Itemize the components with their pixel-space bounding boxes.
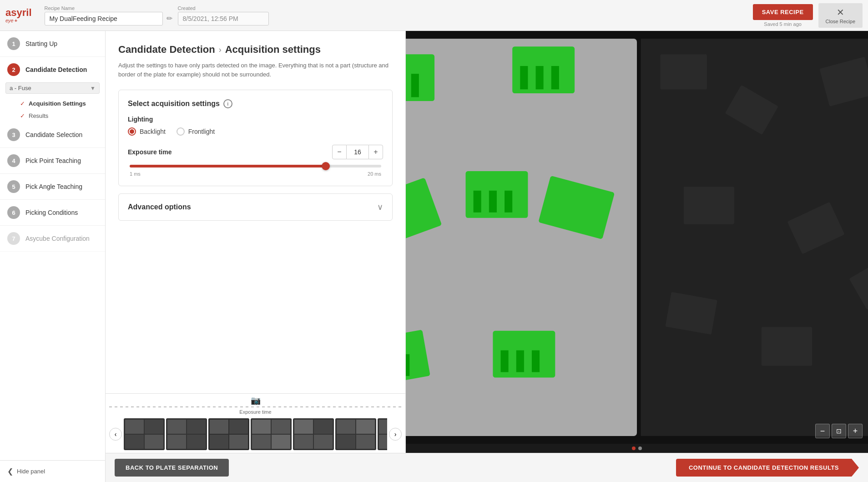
created-label: Created xyxy=(178,5,269,11)
logo: asyril eye + xyxy=(5,8,32,23)
exposure-slider[interactable]: 1 ms 20 ms xyxy=(128,165,383,177)
filmstrip-thumb-6[interactable] xyxy=(335,418,376,450)
svg-rect-14 xyxy=(489,191,497,213)
center-panel: Candidate Detection › Acquisition settin… xyxy=(106,31,406,453)
lighting-label: Lighting xyxy=(128,116,383,123)
acquisition-settings-label: Acquisition Settings xyxy=(29,100,86,107)
filmstrip-prev-button[interactable]: ‹ xyxy=(109,428,122,441)
acquisition-settings-box: Select acquisition settings i Lighting B… xyxy=(118,90,393,186)
created-input xyxy=(178,12,269,25)
pagination-dot-1[interactable] xyxy=(632,446,636,450)
svg-rect-29 xyxy=(684,187,734,224)
save-status: Saved 5 min ago xyxy=(764,21,802,27)
zoom-fit-button[interactable]: ⊡ xyxy=(832,424,846,438)
main-image-area: − ⊡ + xyxy=(406,31,868,444)
settings-box-title-text: Select acquisition settings xyxy=(128,100,220,108)
hide-panel-label: Hide panel xyxy=(17,468,45,475)
slider-min-label: 1 ms xyxy=(130,171,141,177)
right-image-panel: − ⊡ + xyxy=(406,31,868,453)
step-6-number: 6 xyxy=(7,206,20,219)
step-5-number: 5 xyxy=(7,180,20,193)
sidebar-item-candidate-detection[interactable]: 2 Candidate Detection xyxy=(0,57,105,82)
step-5-label: Pick Angle Teaching xyxy=(25,183,82,190)
sidebar-item-picking-conditions[interactable]: 6 Picking Conditions xyxy=(0,200,105,226)
step-7-number: 7 xyxy=(7,232,20,245)
step-4-number: 4 xyxy=(7,154,20,167)
frontlight-radio-outer xyxy=(177,127,185,136)
close-recipe-button[interactable]: ✕ Close Recipe xyxy=(818,3,863,28)
filmstrip-thumb-3[interactable] xyxy=(208,418,249,450)
filmstrip-thumb-4[interactable] xyxy=(251,418,292,450)
dropdown-value: a - Fuse xyxy=(10,85,31,91)
filmstrip-next-button[interactable]: › xyxy=(389,428,402,441)
sidebar-item-starting-up[interactable]: 1 Starting Up xyxy=(0,31,105,57)
chevron-down-icon: ∨ xyxy=(377,202,383,212)
step-3-number: 3 xyxy=(7,128,20,141)
svg-rect-10 xyxy=(551,66,559,89)
svg-rect-23 xyxy=(516,350,524,372)
exposure-decrease-button[interactable]: − xyxy=(332,145,347,159)
zoom-controls: − ⊡ + xyxy=(815,424,863,438)
pagination-dot-2[interactable] xyxy=(638,446,642,450)
pagination-dots xyxy=(406,444,868,453)
main-image-svg xyxy=(406,31,868,444)
svg-rect-25 xyxy=(660,54,707,89)
backlight-radio[interactable]: Backlight xyxy=(128,127,166,136)
hide-panel-icon: ❮ xyxy=(7,467,13,476)
backlight-radio-inner xyxy=(130,129,134,134)
sidebar-item-candidate-selection[interactable]: 3 Candidate Selection xyxy=(0,122,105,148)
recipe-name-input[interactable] xyxy=(45,12,163,25)
backlight-radio-outer xyxy=(128,127,136,136)
svg-rect-15 xyxy=(505,191,512,213)
info-icon[interactable]: i xyxy=(223,99,232,108)
sidebar-item-asycube-config[interactable]: 7 Asycube Configuration xyxy=(0,226,105,252)
filmstrip-area: 📷 Exposure time ‹ xyxy=(106,393,405,453)
frontlight-label: Frontlight xyxy=(188,128,215,135)
step-2-label: Candidate Detection xyxy=(25,66,87,73)
results-label: Results xyxy=(29,112,48,119)
backlight-label: Backlight xyxy=(140,128,166,135)
part-type-dropdown[interactable]: a - Fuse ▼ xyxy=(5,82,100,94)
slider-fill xyxy=(130,165,326,167)
filmstrip-thumb-5[interactable] xyxy=(293,418,334,450)
logo-eye: eye xyxy=(5,18,14,23)
advanced-options-section[interactable]: Advanced options ∨ xyxy=(118,193,393,221)
filmstrip-thumb-2[interactable] xyxy=(166,418,207,450)
filmstrip-indicator: 📷 xyxy=(106,394,405,406)
svg-rect-8 xyxy=(520,66,528,89)
section-description: Adjust the settings to have only parts d… xyxy=(118,61,393,79)
sidebar: 1 Starting Up 2 Candidate Detection a - … xyxy=(0,31,106,482)
filmstrip-thumb-7[interactable] xyxy=(378,418,387,450)
sub-item-acquisition-settings[interactable]: ✓ Acquisition Settings xyxy=(0,97,105,110)
continue-button[interactable]: CONTINUE TO CANDIDATE DETECTION RESULTS xyxy=(676,459,859,477)
zoom-out-button[interactable]: − xyxy=(815,424,830,438)
check-icon-results: ✓ xyxy=(20,112,25,119)
frontlight-radio[interactable]: Frontlight xyxy=(177,127,215,136)
hide-panel-button[interactable]: ❮ Hide panel xyxy=(0,460,105,482)
breadcrumb: Candidate Detection › Acquisition settin… xyxy=(118,44,393,56)
exposure-value: 16 xyxy=(347,145,368,159)
step-4-label: Pick Point Teaching xyxy=(25,157,81,164)
lighting-radio-group: Backlight Frontlight xyxy=(128,127,383,136)
svg-rect-32 xyxy=(762,327,812,366)
recipe-name-group: Recipe Name ✏ xyxy=(45,5,172,25)
slider-thumb[interactable] xyxy=(322,162,330,170)
created-group: Created xyxy=(178,5,269,25)
camera-icon: 📷 xyxy=(251,396,261,406)
breadcrumb-child: Acquisition settings xyxy=(225,44,321,56)
logo-text: asyril xyxy=(5,8,32,18)
main-content: 1 Starting Up 2 Candidate Detection a - … xyxy=(0,31,868,482)
save-recipe-button[interactable]: SAVE RECIPE xyxy=(753,4,813,20)
svg-rect-6 xyxy=(411,74,419,97)
filmstrip-label: Exposure time xyxy=(106,408,405,416)
zoom-in-button[interactable]: + xyxy=(848,424,863,438)
back-button[interactable]: BACK TO PLATE SEPARATION xyxy=(115,459,229,477)
edit-icon[interactable]: ✏ xyxy=(167,14,172,23)
sidebar-item-pick-point-teaching[interactable]: 4 Pick Point Teaching xyxy=(0,148,105,174)
exposure-increase-button[interactable]: + xyxy=(368,145,383,159)
sidebar-item-pick-angle-teaching[interactable]: 5 Pick Angle Teaching xyxy=(0,174,105,200)
check-icon-acquisition: ✓ xyxy=(20,100,25,107)
step-1-number: 1 xyxy=(7,37,20,50)
filmstrip-thumb-1[interactable] xyxy=(124,418,165,450)
sub-item-results[interactable]: ✓ Results xyxy=(0,110,105,122)
